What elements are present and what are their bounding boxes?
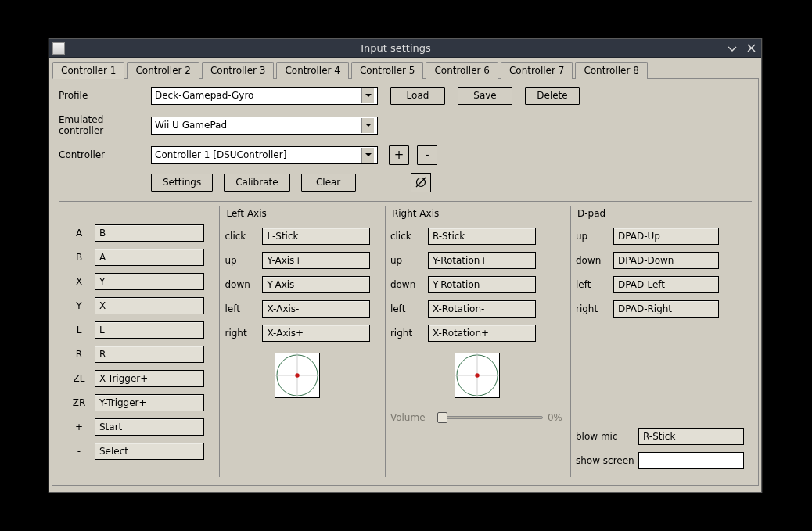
- button-field-Y[interactable]: X: [95, 297, 204, 314]
- dpad-label-left: left: [576, 279, 613, 290]
- right-axis-label-left: left: [390, 303, 428, 314]
- button-label-L: L: [63, 325, 95, 335]
- right-axis-label-click: click: [390, 231, 428, 242]
- left-axis-field-left[interactable]: X-Axis-: [262, 300, 370, 318]
- tab-controller-1[interactable]: Controller 1: [52, 62, 124, 79]
- settings-button[interactable]: Settings: [151, 174, 213, 192]
- left-axis-label-right: right: [225, 328, 262, 339]
- button-field-B[interactable]: A: [95, 249, 204, 266]
- button-label-+: +: [63, 422, 95, 432]
- left-axis-title: Left Axis: [226, 208, 376, 219]
- right-axis-field-down[interactable]: Y-Rotation-: [428, 276, 536, 293]
- controller-value: Controller 1 [DSUController]: [155, 149, 286, 160]
- window: Input settings Controller 1Controller 2C…: [49, 38, 762, 493]
- dpad-label-right: right: [576, 303, 613, 314]
- right-axis-title: Right Axis: [392, 208, 562, 219]
- show-screen-label: show screen: [576, 455, 638, 466]
- left-axis-label-click: click: [225, 231, 262, 242]
- test-motion-button[interactable]: [411, 173, 431, 192]
- left-stick-preview: [275, 353, 320, 398]
- calibrate-button[interactable]: Calibrate: [224, 174, 289, 192]
- dpad-field-right[interactable]: DPAD-Right: [613, 300, 719, 318]
- tab-controller-8[interactable]: Controller 8: [575, 62, 647, 79]
- button-field-X[interactable]: Y: [95, 273, 204, 290]
- button-field-R[interactable]: R: [95, 346, 204, 363]
- volume-slider[interactable]: [439, 416, 543, 419]
- button-field-ZL[interactable]: X-Trigger+: [95, 370, 204, 387]
- button-field-ZR[interactable]: Y-Trigger+: [95, 394, 204, 411]
- profile-combo[interactable]: Deck-Gamepad-Gyro: [151, 87, 378, 105]
- emulated-controller-combo[interactable]: Wii U GamePad: [151, 117, 378, 135]
- button-label-ZR: ZR: [63, 397, 95, 408]
- emulated-controller-label: Emulated controller: [59, 114, 151, 136]
- dpad-field-up[interactable]: DPAD-Up: [613, 228, 719, 245]
- dpad-title: D-pad: [577, 208, 744, 219]
- volume-value: 0%: [548, 412, 562, 423]
- dpad-field-down[interactable]: DPAD-Down: [613, 252, 719, 269]
- left-axis-panel: Left Axis clickL-StickupY-Axis+downY-Axi…: [219, 206, 384, 477]
- right-axis-label-up: up: [390, 255, 428, 266]
- controller-combo[interactable]: Controller 1 [DSUController]: [151, 146, 378, 164]
- minimize-button[interactable]: [725, 42, 739, 55]
- button-label--: -: [63, 446, 95, 457]
- button-label-X: X: [63, 276, 95, 287]
- right-axis-panel: Right Axis clickR-StickupY-Rotation+down…: [385, 206, 570, 477]
- left-axis-label-down: down: [225, 279, 262, 290]
- chevron-down-icon: [361, 88, 374, 103]
- blow-mic-field[interactable]: R-Stick: [638, 428, 744, 445]
- profile-value: Deck-Gamepad-Gyro: [155, 90, 253, 101]
- controller-label: Controller: [59, 149, 151, 160]
- dpad-label-up: up: [576, 231, 613, 242]
- tab-controller-6[interactable]: Controller 6: [426, 62, 498, 79]
- tab-controller-2[interactable]: Controller 2: [127, 62, 199, 79]
- button-field-A[interactable]: B: [95, 224, 204, 242]
- svg-point-8: [475, 373, 479, 377]
- close-button[interactable]: [744, 42, 758, 55]
- tab-body: Profile Deck-Gamepad-Gyro Load Save Dele…: [52, 78, 759, 486]
- remove-controller-button[interactable]: -: [417, 145, 437, 165]
- left-axis-field-click[interactable]: L-Stick: [262, 228, 370, 245]
- button-field-+[interactable]: Start: [95, 418, 204, 436]
- tab-controller-3[interactable]: Controller 3: [202, 62, 274, 79]
- tab-controller-5[interactable]: Controller 5: [351, 62, 423, 79]
- right-axis-field-right[interactable]: X-Rotation+: [428, 325, 536, 342]
- clear-button[interactable]: Clear: [301, 174, 356, 192]
- delete-button[interactable]: Delete: [525, 87, 580, 105]
- save-button[interactable]: Save: [458, 87, 512, 105]
- chevron-down-icon: [361, 148, 374, 163]
- left-axis-label-up: up: [225, 255, 262, 266]
- profile-label: Profile: [59, 90, 151, 101]
- dpad-label-down: down: [576, 255, 613, 266]
- right-axis-field-click[interactable]: R-Stick: [428, 228, 536, 245]
- buttons-panel: ABBAXYYXLLRRZLX-Trigger+ZRY-Trigger++Sta…: [59, 206, 219, 477]
- right-axis-label-right: right: [390, 328, 428, 339]
- tab-controller-7[interactable]: Controller 7: [501, 62, 573, 79]
- left-axis-label-left: left: [225, 303, 262, 314]
- button-label-ZL: ZL: [63, 373, 95, 384]
- right-axis-field-left[interactable]: X-Rotation-: [428, 300, 536, 318]
- emulated-controller-value: Wii U GamePad: [155, 120, 227, 131]
- right-axis-label-down: down: [390, 279, 428, 290]
- dpad-panel: D-pad upDPAD-UpdownDPAD-DownleftDPAD-Lef…: [570, 206, 752, 477]
- chevron-down-icon: [361, 118, 374, 133]
- button-field-L[interactable]: L: [95, 321, 204, 339]
- left-axis-field-down[interactable]: Y-Axis-: [262, 276, 370, 293]
- tabs-bar: Controller 1Controller 2Controller 3Cont…: [52, 61, 759, 78]
- button-label-A: A: [63, 228, 95, 239]
- titlebar: Input settings: [49, 39, 761, 58]
- button-label-Y: Y: [63, 300, 95, 311]
- show-screen-field[interactable]: [638, 452, 744, 469]
- button-field--[interactable]: Select: [95, 443, 204, 460]
- button-label-R: R: [63, 349, 95, 360]
- button-label-B: B: [63, 252, 95, 263]
- dpad-field-left[interactable]: DPAD-Left: [613, 276, 719, 293]
- left-axis-field-right[interactable]: X-Axis+: [262, 325, 370, 342]
- tab-controller-4[interactable]: Controller 4: [276, 62, 348, 79]
- left-axis-field-up[interactable]: Y-Axis+: [262, 252, 370, 269]
- right-stick-preview: [455, 353, 500, 398]
- add-controller-button[interactable]: +: [389, 145, 409, 165]
- load-button[interactable]: Load: [390, 87, 445, 105]
- volume-label: Volume: [390, 412, 434, 423]
- right-axis-field-up[interactable]: Y-Rotation+: [428, 252, 536, 269]
- app-icon: [52, 42, 65, 55]
